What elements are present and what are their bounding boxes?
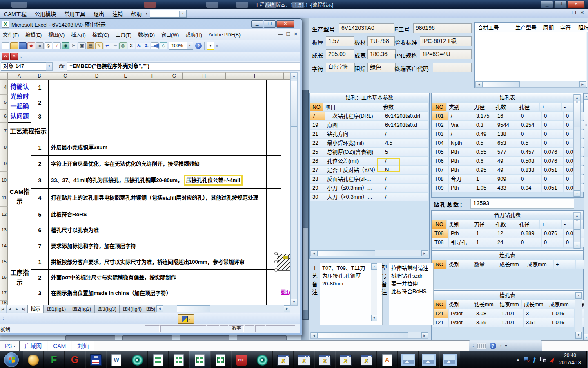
chevron-down-icon[interactable]: ▾ xyxy=(505,343,507,348)
scroll-thumb[interactable]: ≡ xyxy=(574,219,580,230)
toolbar-options-icon[interactable]: ⌄ xyxy=(20,54,23,58)
scroll-thumb[interactable]: ≡ xyxy=(574,101,580,127)
drill-table-vscrollbar[interactable]: ▲ ≡ ▼ xyxy=(573,94,581,197)
excel-menu-tools[interactable]: 工具(T) xyxy=(112,31,135,38)
taskbar-button-excel-window-4[interactable]: X xyxy=(335,351,356,368)
taskbar-button-cam-disc-2[interactable] xyxy=(252,351,273,368)
langbar-grip[interactable]: ⦙⦙ xyxy=(472,343,474,348)
figure-link[interactable]: 图1( xyxy=(281,288,290,298)
table-row[interactable]: T21Pslot3.081.10131.01620.1 xyxy=(432,309,582,318)
copy-icon[interactable] xyxy=(78,42,86,49)
mask-field[interactable]: 绿色 xyxy=(368,63,396,72)
spelling-icon[interactable] xyxy=(53,42,61,49)
taskbar-button-text-doc[interactable]: A xyxy=(377,351,398,368)
excel-menu-edit[interactable]: 编辑(E) xyxy=(22,31,45,38)
scroll-down-icon[interactable]: ▼ xyxy=(291,299,297,305)
sheet-tab-indication[interactable]: 指示 xyxy=(27,305,44,313)
scroll-down-icon[interactable]: ▼ xyxy=(574,190,580,197)
excel-menu-view[interactable]: 视图(V) xyxy=(45,31,68,38)
permission-icon[interactable] xyxy=(27,42,35,49)
quickbar-tab-cam[interactable]: CAM xyxy=(48,341,71,351)
table-row[interactable]: 7一次钻孔程序(DRL)6v14203ta0.drl xyxy=(310,112,428,120)
print-icon[interactable] xyxy=(36,42,44,49)
sheet-tab-fig5[interactable]: 图5(fig5) xyxy=(145,305,156,313)
quickbar-label[interactable]: P3 xyxy=(5,343,12,349)
combo-drill-vscrollbar[interactable]: ▲ ≡ ▼ xyxy=(573,212,581,249)
client-code-field[interactable] xyxy=(433,63,472,72)
table-row[interactable]: T09Pth1.054330.940.0510.051 xyxy=(432,184,582,192)
prod-field[interactable]: 6V14203TA0 xyxy=(339,23,394,33)
close-button[interactable]: ✕ xyxy=(568,1,585,8)
scroll-up-icon[interactable]: ▲ xyxy=(584,93,588,99)
workbook-minimize-button[interactable]: — xyxy=(278,31,283,37)
action-center-flag-icon[interactable] xyxy=(523,357,529,362)
table-row[interactable]: 29小刀（≤0.3mm）.../ xyxy=(310,184,428,192)
table-row[interactable]: 28反面钻孔程序(zf-.../ xyxy=(310,175,428,183)
col-header[interactable]: B xyxy=(31,72,48,80)
tray-expand-icon[interactable]: ▲ xyxy=(517,358,520,361)
excel-menu-window[interactable]: 窗口(W) xyxy=(158,31,182,38)
input-method-icon[interactable] xyxy=(550,357,555,363)
scroll-thumb[interactable] xyxy=(317,332,408,338)
excel-vscrollbar[interactable]: ▲ ▼ xyxy=(290,72,298,306)
table-row[interactable]: 27是否正反对钻（Y/N）N xyxy=(310,166,428,174)
table-row[interactable]: T04Npth0.56530.500 xyxy=(432,139,582,147)
scroll-up-icon[interactable]: ▲ xyxy=(574,213,580,219)
table-row[interactable]: NO类别刀径孔数孔径+- xyxy=(432,220,582,229)
col-header[interactable]: E xyxy=(111,72,140,80)
new-icon[interactable] xyxy=(2,42,9,49)
excel-grid[interactable]: 4 5 6 7 8 9 10 11 12 13 14 15 16 17 18 待… xyxy=(0,80,290,305)
fill-color-icon[interactable] xyxy=(207,42,214,50)
cut-icon[interactable] xyxy=(70,43,77,49)
material-field[interactable]: TU-768 xyxy=(368,36,395,46)
drill-params-hscrollbar[interactable]: ◀ ▶ xyxy=(310,250,428,256)
scroll-down-icon[interactable]: ▼ xyxy=(575,332,582,339)
table-row[interactable]: T08合刀1909000 xyxy=(432,175,582,183)
save-icon[interactable] xyxy=(19,42,27,49)
menu-cam[interactable]: CAM工程 xyxy=(0,10,31,18)
sort-asc-icon[interactable] xyxy=(136,43,143,49)
table-row[interactable]: T01/3.17516000 xyxy=(432,112,582,120)
taskbar-button-excel-window-5[interactable]: X xyxy=(356,351,377,368)
help-icon[interactable]: ? xyxy=(490,343,496,349)
hyperlink-icon[interactable] xyxy=(119,42,127,49)
excel-titlebar[interactable]: X Microsoft Excel - 6V14203TA0-预审指示 xyxy=(2,20,106,28)
toolbar-options-icon[interactable]: » xyxy=(216,44,218,48)
start-button[interactable] xyxy=(4,352,19,367)
group-table-hscrollbar[interactable]: ◀ ▶ xyxy=(475,81,586,88)
table-row[interactable]: T06Pth0.6490.5080.0760.076 xyxy=(432,157,582,165)
language-bar[interactable]: ⦙⦙ ? ▪ ▾ xyxy=(469,340,542,351)
taskbar-button-cam-disc[interactable] xyxy=(127,351,148,368)
redo-icon[interactable] xyxy=(111,43,118,49)
sheet-tab-fig3[interactable]: 图3(fig3) xyxy=(94,305,120,313)
taskbar-button-excel-doc-4[interactable] xyxy=(210,351,231,368)
notes-hscrollbar[interactable]: ◀ ▶ xyxy=(310,332,428,339)
taskbar-button-image-2[interactable] xyxy=(419,351,439,368)
table-row[interactable]: T08Pth1120.8890.0760.076 xyxy=(432,229,582,238)
help-icon[interactable]: ? xyxy=(195,43,202,49)
scroll-right-icon[interactable]: ▶ xyxy=(421,250,428,256)
open-icon[interactable] xyxy=(10,42,18,49)
excel-restore-button[interactable]: ❐ xyxy=(264,20,276,28)
table-row[interactable]: 合拼工号生产型号周期字符阻焊 xyxy=(476,23,586,32)
show-desktop-button[interactable] xyxy=(586,351,588,368)
taskbar-button-excel-window-2[interactable]: X xyxy=(294,351,314,368)
scroll-thumb[interactable] xyxy=(482,81,520,87)
scroll-left-icon[interactable]: ◀ xyxy=(476,81,482,87)
sheet-tab-fig4[interactable]: 图4(fig4) xyxy=(120,305,145,313)
table-row[interactable]: T21Pslot3.591.1013.511.01610.1 xyxy=(432,318,582,327)
minimize-button[interactable]: ▁ xyxy=(541,1,553,8)
excel-menu-adobepdf[interactable]: Adobe PDF(B) xyxy=(205,32,244,38)
tab-next-icon[interactable]: ▶ xyxy=(13,305,20,313)
menu-help[interactable]: 帮助 xyxy=(127,10,146,18)
tab-first-icon[interactable]: |◀ xyxy=(0,305,7,313)
table-row[interactable]: 26孔位公差(mil)/ xyxy=(310,157,428,165)
tab-prev-icon[interactable]: ◀ xyxy=(7,305,13,313)
table-row[interactable]: T07Pth0.95490.8380.0510.051 xyxy=(432,166,582,174)
col-header[interactable]: G xyxy=(166,72,183,80)
taskbar-button-floppy-manager[interactable] xyxy=(85,351,106,368)
autosum-icon[interactable] xyxy=(128,43,135,49)
scroll-right-icon[interactable]: ▶ xyxy=(284,305,290,312)
pdf-comment-icon[interactable] xyxy=(10,53,18,60)
taskbar-button-pdf-reader[interactable]: PDF xyxy=(231,351,252,368)
